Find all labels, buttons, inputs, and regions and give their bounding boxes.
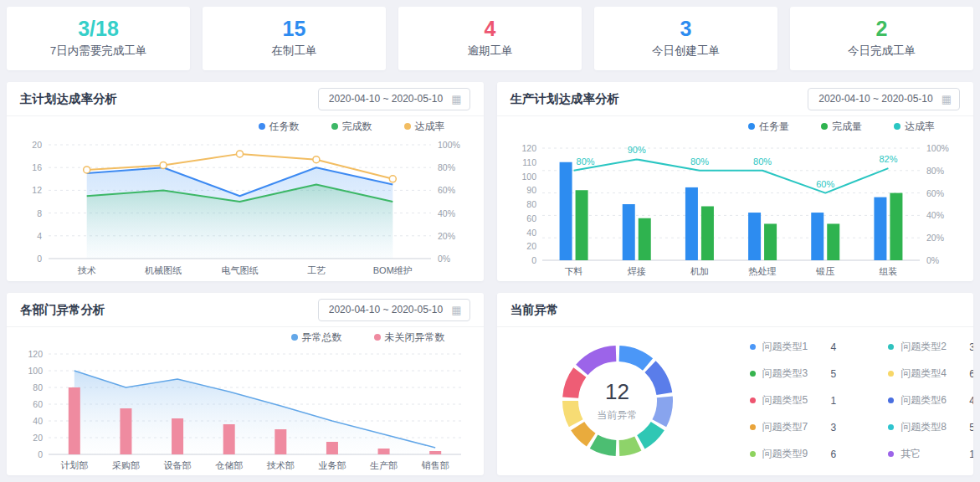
stat-label: 今日完成工单 xyxy=(848,44,916,59)
bar[interactable] xyxy=(378,449,390,454)
rate-label: 80% xyxy=(690,156,708,167)
stat-card-finished-today: 2 今日完成工单 xyxy=(790,7,973,70)
point-marker[interactable] xyxy=(313,156,320,163)
donut-segment-4[interactable] xyxy=(637,422,664,449)
donut-segment-6[interactable] xyxy=(589,434,616,455)
svg-text:技术部: 技术部 xyxy=(267,460,295,470)
legend-label: 问题类型3 xyxy=(762,367,831,381)
date-range-picker[interactable]: 2020-04-10 ~ 2020-05-10 ▦ xyxy=(318,299,470,321)
bar[interactable] xyxy=(172,418,183,454)
legend-item-达成率[interactable]: 达成率 xyxy=(404,120,445,134)
anomaly-legend-item-问题类型7[interactable]: 问题类型73 xyxy=(750,420,837,434)
svg-text:100: 100 xyxy=(521,172,536,182)
point-marker[interactable] xyxy=(237,151,244,157)
legend-dot xyxy=(750,424,756,430)
legend-count: 3 xyxy=(831,422,837,433)
bar[interactable] xyxy=(69,387,80,454)
legend-label: 问题类型4 xyxy=(900,367,969,381)
svg-text:120: 120 xyxy=(521,143,536,153)
panel-dept-anomaly: 各部门异常分析 2020-04-10 ~ 2020-05-10 ▦ 异常总数未关… xyxy=(7,293,484,475)
donut-segment-8[interactable] xyxy=(562,401,583,427)
rate-label: 80% xyxy=(576,156,594,167)
line-达成率[interactable] xyxy=(573,159,888,192)
panel-header: 主计划达成率分析 2020-04-10 ~ 2020-05-10 ▦ xyxy=(7,82,484,116)
legend-item-完成量[interactable]: 完成量 xyxy=(821,120,862,134)
bar[interactable] xyxy=(120,408,131,454)
donut-segment-3[interactable] xyxy=(652,396,673,427)
plan-rate-chart[interactable]: 00%420%840%1260%1680%20100%技术机械图纸电气图纸工艺B… xyxy=(20,136,469,279)
anomaly-legend-item-问题类型8[interactable]: 问题类型85 xyxy=(888,420,973,434)
dept-anomaly-chart[interactable]: 020406080100120计划部采购部设备部仓储部技术部业务部生产部销售部 xyxy=(20,347,469,473)
panel-header: 各部门异常分析 2020-04-10 ~ 2020-05-10 ▦ xyxy=(7,293,484,327)
bar[interactable] xyxy=(748,213,761,260)
point-marker[interactable] xyxy=(160,162,167,168)
date-range-picker[interactable]: 2020-04-10 ~ 2020-05-10 ▦ xyxy=(808,88,960,110)
anomaly-legend-item-问题类型4[interactable]: 问题类型46 xyxy=(888,367,973,381)
bar[interactable] xyxy=(811,213,824,260)
panel-title: 当前异常 xyxy=(511,302,559,318)
legend-item-任务数[interactable]: 任务数 xyxy=(259,120,300,134)
svg-text:12: 12 xyxy=(32,185,42,195)
legend-label: 问题类型9 xyxy=(762,447,831,461)
svg-text:销售部: 销售部 xyxy=(421,460,449,470)
panel-body: 任务量完成量达成率 0%20%40%60%80%100%020406080901… xyxy=(497,116,974,281)
svg-text:组装: 组装 xyxy=(879,266,897,276)
svg-text:焊接: 焊接 xyxy=(627,266,645,276)
svg-text:BOM维护: BOM维护 xyxy=(373,265,413,275)
bar[interactable] xyxy=(559,162,572,260)
point-marker[interactable] xyxy=(389,176,396,182)
legend-item-未关闭异常数[interactable]: 未关闭异常数 xyxy=(374,331,445,345)
anomaly-legend-item-问题类型9[interactable]: 问题类型96 xyxy=(750,447,837,461)
bar[interactable] xyxy=(764,223,777,260)
anomaly-legend-item-问题类型6[interactable]: 问题类型64 xyxy=(888,393,973,408)
svg-text:100%: 100% xyxy=(926,143,949,153)
bar[interactable] xyxy=(429,451,441,454)
bar[interactable] xyxy=(638,218,650,260)
anomaly-legend-item-问题类型3[interactable]: 问题类型35 xyxy=(750,367,837,381)
current-anomaly-donut[interactable] xyxy=(546,329,690,473)
bar[interactable] xyxy=(575,190,587,260)
svg-text:40: 40 xyxy=(33,416,43,426)
svg-text:0: 0 xyxy=(37,254,42,264)
bar[interactable] xyxy=(622,204,634,260)
bar[interactable] xyxy=(326,442,338,454)
donut-segment-5[interactable] xyxy=(618,436,641,456)
stat-label: 今日创建工单 xyxy=(652,44,720,59)
donut-segment-10[interactable] xyxy=(576,346,616,375)
legend-dot xyxy=(404,123,411,130)
legend-item-达成率[interactable]: 达成率 xyxy=(894,120,935,134)
anomaly-legend-item-其它[interactable]: 其它1 xyxy=(888,447,973,461)
legend-item-完成数[interactable]: 完成数 xyxy=(331,120,372,134)
donut-segment-1[interactable] xyxy=(618,346,652,371)
legend-label: 问题类型5 xyxy=(762,393,831,408)
anomaly-legend-item-问题类型2[interactable]: 问题类型23 xyxy=(888,340,973,354)
legend-item-任务量[interactable]: 任务量 xyxy=(748,120,789,134)
legend-dot xyxy=(888,371,894,377)
legend-dot xyxy=(750,371,756,377)
panel-title: 主计划达成率分析 xyxy=(20,91,117,107)
donut-segment-2[interactable] xyxy=(644,361,672,395)
bar[interactable] xyxy=(890,193,902,260)
point-marker[interactable] xyxy=(84,167,90,173)
date-range-picker[interactable]: 2020-04-10 ~ 2020-05-10 ▦ xyxy=(318,88,470,110)
donut-segment-9[interactable] xyxy=(562,367,586,397)
anomaly-legend-item-问题类型5[interactable]: 问题类型51 xyxy=(750,393,837,408)
production-rate-chart[interactable]: 0%20%40%60%80%100%02040608090100110120下料… xyxy=(511,136,960,279)
legend-dot xyxy=(888,397,894,403)
legend-label: 达成率 xyxy=(415,120,445,134)
charts-grid: 主计划达成率分析 2020-04-10 ~ 2020-05-10 ▦ 任务数完成… xyxy=(7,82,973,475)
bar[interactable] xyxy=(275,429,286,454)
donut-segment-7[interactable] xyxy=(571,422,595,446)
bar[interactable] xyxy=(874,197,886,260)
bar[interactable] xyxy=(223,424,235,454)
svg-text:采购部: 采购部 xyxy=(112,460,140,470)
bar[interactable] xyxy=(700,207,713,260)
svg-text:设备部: 设备部 xyxy=(164,460,192,470)
bar[interactable] xyxy=(827,223,839,260)
svg-text:8: 8 xyxy=(37,208,42,218)
bar[interactable] xyxy=(685,187,697,260)
legend-label: 异常总数 xyxy=(302,331,342,345)
anomaly-legend-item-问题类型1[interactable]: 问题类型14 xyxy=(750,340,837,354)
svg-text:16: 16 xyxy=(32,162,42,172)
legend-item-异常总数[interactable]: 异常总数 xyxy=(291,331,342,345)
